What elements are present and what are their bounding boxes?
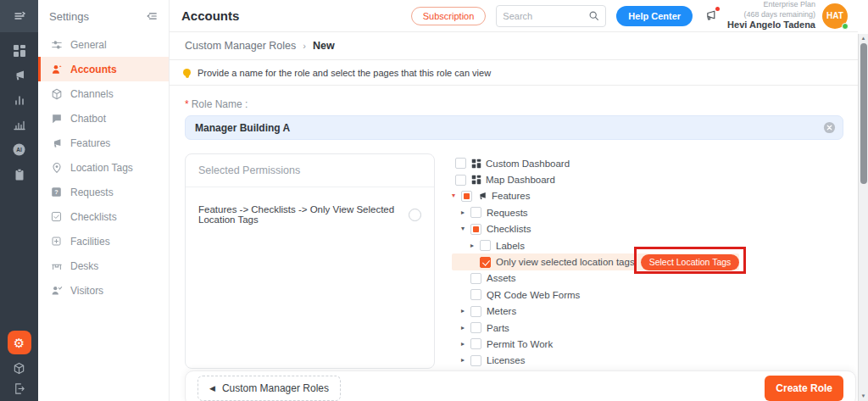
analytics-icon[interactable]	[13, 118, 26, 131]
menu-toggle-icon[interactable]	[0, 0, 38, 32]
scroll-up-arrow[interactable]: ▲	[861, 34, 866, 42]
caret-right-icon[interactable]: ▸	[461, 357, 470, 364]
checkbox-unchecked[interactable]	[470, 338, 481, 349]
plan-remaining: (468 days remaining)	[727, 10, 815, 19]
caret-down-icon[interactable]: ▾	[461, 226, 470, 232]
cube-icon	[50, 88, 63, 100]
sidebar-item-chatbot[interactable]: Chatbot	[38, 106, 169, 131]
help-square-icon: ?	[50, 187, 63, 198]
plan-name: Enterprise Plan	[727, 0, 815, 9]
checkbox-unchecked[interactable]	[470, 207, 481, 218]
sidebar-item-features[interactable]: Features	[38, 131, 169, 155]
breadcrumb-parent[interactable]: Custom Manager Roles	[185, 40, 296, 52]
sidebar-item-general[interactable]: General	[38, 32, 169, 57]
svg-text:?: ?	[54, 188, 58, 196]
search-input[interactable]	[503, 11, 585, 21]
sidebar-item-location-tags[interactable]: Location Tags	[38, 155, 169, 180]
sidebar-item-facilities[interactable]: Facilities	[38, 229, 169, 253]
tree-row-licenses[interactable]: ▸ Licenses	[452, 353, 525, 369]
tree-row-only-view-selected-location-tags[interactable]: Only view selected location tags Select …	[452, 253, 739, 270]
tree-row-meters[interactable]: ▸ Meters	[452, 304, 516, 320]
sidebar-item-visitors[interactable]: Visitors	[38, 278, 169, 303]
sidebar-item-label: Desks	[70, 260, 98, 272]
checkbox-indeterminate[interactable]	[461, 191, 472, 202]
sidebar-item-label: Visitors	[70, 285, 103, 297]
logout-icon[interactable]	[13, 382, 25, 395]
lightbulb-icon	[183, 69, 191, 76]
sidebar-item-accounts[interactable]: Accounts	[38, 57, 169, 81]
caret-right-icon[interactable]: ▸	[461, 209, 470, 216]
tree-row-map-dashboard[interactable]: Map Dashboard	[452, 171, 555, 187]
dashboard-grid-icon[interactable]	[13, 44, 26, 58]
permission-path: Features -> Checklists -> Only View Sele…	[198, 204, 402, 225]
svg-text:AI: AI	[16, 147, 22, 153]
announcements-icon[interactable]	[13, 69, 26, 82]
page-scrollbar[interactable]: ▲ ▼	[858, 34, 868, 401]
checkbox-unchecked[interactable]	[480, 240, 491, 251]
tree-row-features[interactable]: ▾ Features	[452, 188, 530, 204]
subscription-button[interactable]: Subscription	[411, 7, 487, 25]
sidebar-item-label: Requests	[70, 187, 114, 198]
tree-row-qr-code-web-forms[interactable]: QR Code Web Forms	[452, 287, 580, 303]
sidebar-item-checklists[interactable]: Checklists	[38, 204, 169, 229]
documents-icon[interactable]	[13, 168, 26, 181]
caret-right-icon[interactable]: ▸	[461, 308, 470, 315]
online-status-dot	[842, 23, 849, 30]
grid-icon	[471, 159, 481, 169]
sidebar-item-label: General	[70, 39, 107, 51]
search-box[interactable]	[496, 5, 606, 27]
avatar[interactable]: HAT	[822, 3, 848, 29]
clear-input-icon[interactable]	[823, 121, 836, 134]
sidebar-collapse-icon[interactable]	[146, 10, 158, 22]
tree-row-requests[interactable]: ▸ Requests	[452, 204, 528, 220]
megaphone-icon	[477, 191, 487, 201]
check-square-icon	[50, 211, 63, 222]
notifications-megaphone-icon[interactable]	[703, 8, 717, 23]
search-icon[interactable]	[588, 10, 599, 21]
sidebar-item-label: Checklists	[70, 211, 117, 223]
checkbox-unchecked[interactable]	[455, 175, 466, 186]
integrations-cube-icon[interactable]	[13, 362, 25, 375]
tree-row-checklists[interactable]: ▾ Checklists	[452, 221, 531, 237]
tree-row-permit-to-work[interactable]: ▸ Permit To Work	[452, 336, 553, 352]
reports-icon[interactable]	[13, 93, 26, 107]
checkbox-checked[interactable]	[480, 257, 491, 268]
ai-assistant-icon[interactable]: AI	[12, 142, 26, 157]
sidebar-title: Settings	[49, 10, 89, 23]
scrollbar-thumb[interactable]	[860, 43, 867, 184]
permission-remove-circle[interactable]	[409, 209, 421, 221]
select-location-tags-button[interactable]: Select Location Tags	[641, 254, 740, 270]
tree-row-parts[interactable]: ▸ Parts	[452, 320, 509, 336]
create-role-button[interactable]: Create Role	[765, 376, 843, 401]
caret-right-icon[interactable]: ▸	[470, 242, 480, 249]
back-to-custom-manager-roles-button[interactable]: ◀ Custom Manager Roles	[198, 376, 341, 401]
user-block[interactable]: Enterprise Plan (468 days remaining) Hev…	[727, 0, 848, 31]
checkbox-unchecked[interactable]	[470, 306, 481, 317]
tree-row-custom-dashboard[interactable]: Custom Dashboard	[452, 155, 570, 171]
checkbox-unchecked[interactable]	[470, 322, 481, 333]
hint-bar: Provide a name for the role and select t…	[170, 60, 858, 86]
scroll-down-arrow[interactable]: ▼	[861, 392, 866, 400]
tree-row-labels[interactable]: ▸ Labels	[452, 237, 525, 253]
pages-permission-tree: Custom Dashboard Map Dashboard ▾ Feature…	[452, 155, 739, 369]
sidebar-item-requests[interactable]: ? Requests	[38, 180, 169, 204]
role-name-input[interactable]	[185, 115, 843, 140]
sidebar-item-channels[interactable]: Channels	[38, 81, 169, 106]
caret-right-icon[interactable]: ▸	[461, 325, 470, 331]
caret-right-icon[interactable]: ▸	[461, 341, 470, 348]
checkbox-unchecked[interactable]	[470, 355, 481, 366]
checkbox-unchecked[interactable]	[470, 289, 481, 300]
checkbox-indeterminate[interactable]	[470, 224, 481, 235]
breadcrumb: Custom Manager Roles › New	[170, 32, 858, 60]
notification-dot	[715, 7, 720, 11]
desk-icon	[50, 260, 63, 272]
settings-gear-icon[interactable]: ⚙	[8, 331, 31, 354]
checkbox-unchecked[interactable]	[455, 158, 466, 169]
help-center-button[interactable]: Help Center	[616, 6, 693, 26]
tree-row-assets[interactable]: Assets	[452, 270, 516, 287]
sidebar-item-label: Channels	[70, 88, 114, 100]
checkbox-unchecked[interactable]	[470, 273, 481, 284]
sidebar-item-desks[interactable]: Desks	[38, 253, 169, 278]
role-name-label: *Role Name :	[185, 98, 248, 110]
caret-down-icon[interactable]: ▾	[452, 192, 461, 199]
